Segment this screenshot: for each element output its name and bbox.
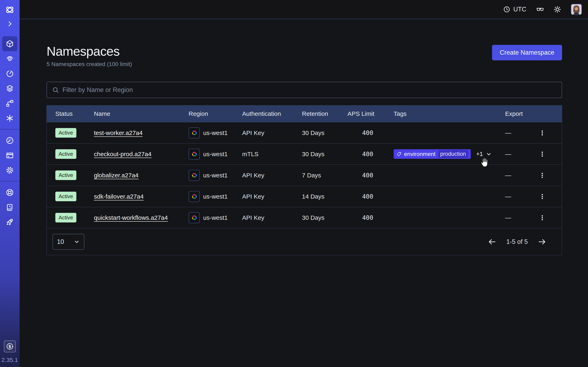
auth-value: API Key [242,129,302,136]
filter-bar[interactable] [47,82,562,98]
region-label: us-west1 [203,214,228,221]
main-content: Namespaces 5 Namespaces created (100 lim… [20,20,588,255]
retention-value: 30 Days [302,214,347,221]
export-value: — [505,129,511,136]
retention-value: 7 Days [302,172,347,179]
sidebar-item-insights[interactable] [2,51,17,66]
kebab-icon [539,170,546,181]
pagination-range: 1-5 of 5 [506,238,528,245]
row-menu-button[interactable] [538,212,546,224]
page-size-select[interactable]: 10 [52,234,84,250]
tag-chip[interactable]: environment production [394,149,471,159]
namespace-link[interactable]: sdk-failover.a27a4 [94,193,144,200]
row-menu-button[interactable] [538,148,546,160]
sidebar-divider [0,181,20,182]
row-menu-button[interactable] [538,191,546,203]
previous-page-arrow-icon[interactable] [488,237,497,246]
filter-input[interactable] [62,86,557,94]
aps-limit-value: 400 [347,214,394,221]
sidebar-item-settings[interactable] [2,163,17,178]
reader-glasses-icon[interactable] [536,5,544,13]
column-header-tags: Tags [394,110,505,117]
status-badge: Active [55,128,76,138]
column-header-aps-limit: APS Limit [347,110,394,117]
timezone-selector[interactable]: UTC [503,6,526,13]
avatar-image [571,4,581,15]
clock-icon [503,6,510,13]
column-header-export: Export [505,110,562,117]
namespace-link[interactable]: checkout-prod.a27a4 [94,151,151,157]
retention-value: 14 Days [302,193,347,200]
column-header-region: Region [189,110,242,117]
table-row: Active test-worker.a27a4 us-west1 API Ke… [47,122,562,143]
sidebar-item-deployments[interactable] [2,96,17,111]
table-header-row: Status Name Region Authentication Retent… [47,105,562,122]
sidebar-nav [0,36,20,230]
tag-more-count: +1 [476,151,483,157]
light-mode-icon[interactable] [553,5,562,13]
region-label: us-west1 [203,172,228,179]
export-value: — [505,193,511,200]
sidebar: 2.35.1 [0,0,20,367]
tag-key: environment [404,151,435,157]
namespaces-table: Status Name Region Authentication Retent… [47,105,562,255]
book-sparkle-icon [6,203,14,212]
sidebar-item-getting-started[interactable] [2,215,17,230]
topbar: UTC [20,0,588,19]
status-badge: Active [55,192,76,201]
temporal-logo-icon[interactable] [5,5,15,15]
kebab-icon [539,149,546,159]
gcp-region-box [189,212,200,223]
page-subtitle: 5 Namespaces created (100 limit) [47,61,132,67]
gcp-cloud-icon [190,130,198,136]
sidebar-item-stack[interactable] [2,81,17,96]
sidebar-item-schedules[interactable] [2,66,17,81]
kebab-icon [539,128,546,138]
tag-value: production [438,150,468,158]
region-label: us-west1 [203,193,228,200]
table-row: Active sdk-failover.a27a4 us-west1 API K… [47,186,562,207]
table-row: Active checkout-prod.a27a4 us-west1 mTLS… [47,143,562,165]
sidebar-item-billing[interactable] [2,148,17,163]
sidebar-item-support[interactable] [2,185,17,200]
aps-limit-value: 400 [347,172,394,179]
credits-badge-button[interactable] [4,341,16,352]
namespace-link[interactable]: test-worker.a27a4 [94,129,143,136]
gcp-region-box [189,191,200,202]
next-page-arrow-icon[interactable] [537,237,546,246]
gcp-region-box [189,127,200,138]
gear-icon [6,166,14,175]
region-label: us-west1 [203,151,228,158]
row-menu-button[interactable] [538,169,546,182]
export-value: — [505,151,511,158]
create-namespace-button[interactable]: Create Namespace [492,45,562,60]
avatar[interactable] [571,4,582,15]
gcp-cloud-icon [190,172,198,178]
tags-cell: environment production +1 [394,149,505,159]
column-header-status: Status [55,110,94,117]
sidebar-expand-chevron-icon[interactable] [6,20,13,27]
column-header-retention: Retention [302,110,347,117]
page-title: Namespaces [47,45,132,58]
column-header-authentication: Authentication [242,110,302,117]
auth-value: API Key [242,214,302,221]
aps-limit-value: 400 [347,129,394,136]
tags-expand-chevron-icon[interactable] [486,151,492,157]
region-label: us-west1 [203,129,228,136]
namespace-link[interactable]: globalizer.a27a4 [94,172,139,179]
namespace-link[interactable]: quickstart-workflows.a27a4 [94,214,168,221]
status-badge: Active [55,213,76,222]
sidebar-item-nexus[interactable] [2,111,17,125]
credit-card-icon [6,151,14,160]
asterisk-icon [6,114,14,123]
chevron-down-icon [74,239,80,245]
sidebar-item-namespaces[interactable] [2,36,17,51]
aps-limit-value: 400 [347,193,394,200]
gauge-icon [6,136,14,145]
row-menu-button[interactable] [538,127,546,139]
pagination-bar: 10 1-5 of 5 [47,228,562,255]
sidebar-item-docs[interactable] [2,200,17,215]
sidebar-item-usage[interactable] [2,133,17,148]
search-icon [52,86,59,94]
tag-icon [396,151,402,157]
